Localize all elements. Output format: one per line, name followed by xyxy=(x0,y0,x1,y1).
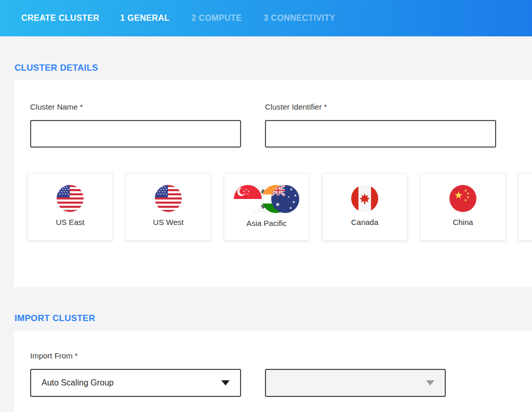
asia-pacific-flags xyxy=(234,185,299,213)
tab-general[interactable]: 1 GENERAL xyxy=(120,14,169,23)
region-card-asia-pacific[interactable]: Asia Pacific xyxy=(224,173,309,241)
cluster-details-panel: Cluster Name * Cluster Identifier * xyxy=(14,80,532,287)
region-label: US East xyxy=(56,218,84,227)
create-cluster-page: CREATE CLUSTER 1 GENERAL 2 COMPUTE 3 CON… xyxy=(0,0,532,412)
import-cluster-panel: Import From * Auto Scaling Group xyxy=(14,330,532,412)
import-cluster-heading: IMPORT CLUSTER xyxy=(15,313,532,324)
import-from-label: Import From * xyxy=(30,351,532,361)
singapore-flag-icon xyxy=(234,185,262,213)
cluster-identifier-input[interactable] xyxy=(265,120,496,148)
chevron-down-icon xyxy=(426,380,434,386)
region-selector-row: US East xyxy=(28,173,532,241)
cluster-fields-row: Cluster Name * Cluster Identifier * xyxy=(30,102,532,148)
cluster-name-input[interactable] xyxy=(30,120,241,148)
tab-compute[interactable]: 2 COMPUTE xyxy=(191,14,242,23)
region-label: China xyxy=(453,218,473,227)
cluster-name-field-group: Cluster Name * xyxy=(30,102,241,148)
cluster-identifier-label: Cluster Identifier * xyxy=(265,102,496,112)
region-label: US West xyxy=(153,218,184,227)
china-flag-icon xyxy=(449,185,476,212)
region-label: Canada xyxy=(351,218,379,227)
import-selects-row: Auto Scaling Group xyxy=(30,369,532,397)
wizard-header-bar: CREATE CLUSTER 1 GENERAL 2 COMPUTE 3 CON… xyxy=(0,0,532,36)
import-source-select[interactable] xyxy=(265,369,446,397)
region-card-canada[interactable]: Canada xyxy=(322,173,407,241)
region-card-partial[interactable] xyxy=(518,173,532,241)
tab-connectivity[interactable]: 3 CONNECTIVITY xyxy=(263,14,335,23)
region-card-us-west[interactable]: US West xyxy=(126,173,211,241)
import-from-select[interactable]: Auto Scaling Group xyxy=(30,369,241,397)
wizard-title: CREATE CLUSTER xyxy=(21,14,99,23)
chevron-down-icon xyxy=(221,380,230,386)
cluster-details-heading: CLUSTER DETAILS xyxy=(15,63,532,73)
canada-flag-icon xyxy=(351,185,378,212)
region-card-china[interactable]: China xyxy=(420,173,506,241)
cluster-name-label: Cluster Name * xyxy=(30,102,241,112)
us-flag-icon xyxy=(155,185,182,212)
region-label: Asia Pacific xyxy=(246,219,287,228)
import-from-selected-value: Auto Scaling Group xyxy=(42,378,114,388)
region-card-us-east[interactable]: US East xyxy=(28,173,113,241)
australia-flag-icon xyxy=(271,185,299,213)
wizard-steps: 1 GENERAL 2 COMPUTE 3 CONNECTIVITY xyxy=(120,14,357,23)
cluster-identifier-field-group: Cluster Identifier * xyxy=(265,102,496,148)
us-flag-icon xyxy=(57,185,84,212)
